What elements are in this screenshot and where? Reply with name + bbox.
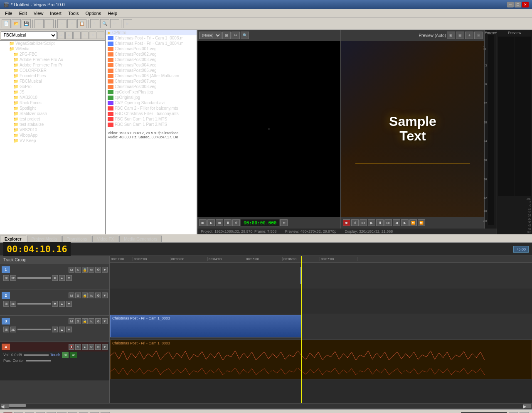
explorer-refresh-button[interactable]: ↻ bbox=[81, 32, 89, 39]
tree-item-test-stabalize[interactable]: 📁test stabalize bbox=[0, 122, 105, 127]
tab-media-generators[interactable]: Media Generators bbox=[119, 236, 162, 242]
track1-more-button[interactable]: ⚙ bbox=[95, 267, 101, 273]
file-entry[interactable]: Christmas Post - Fri - Cam 1_0003.m bbox=[106, 35, 197, 41]
track2-down-button[interactable]: ▼ bbox=[66, 301, 72, 307]
track1-options-button[interactable]: ▼ bbox=[102, 267, 108, 273]
tab-explorer[interactable]: Explorer bbox=[0, 236, 26, 242]
track2-up-button[interactable]: ▲ bbox=[59, 301, 65, 307]
explorer-delete-button[interactable]: ✕ bbox=[89, 32, 96, 39]
program-ffwd-button[interactable]: ⏭ bbox=[384, 219, 392, 226]
track4-arm-button[interactable]: ● bbox=[82, 344, 88, 350]
track3-fader[interactable] bbox=[17, 329, 51, 330]
track3-fx-button[interactable]: fx bbox=[89, 318, 94, 324]
menu-item-help[interactable]: Help bbox=[104, 10, 121, 17]
render-button[interactable]: ▶ bbox=[123, 19, 132, 28]
zoom-button[interactable]: 🔍 bbox=[100, 19, 109, 28]
save-button[interactable]: 💾 bbox=[22, 19, 31, 28]
program-play-button[interactable]: ▶ bbox=[368, 219, 375, 226]
tree-item-gopro[interactable]: 📁GoPro bbox=[0, 84, 105, 89]
tab-video-fx[interactable]: Video FX bbox=[92, 236, 118, 242]
track4-mute-button[interactable]: 🔇 bbox=[69, 344, 74, 350]
tree-item-vmedia[interactable]: 📁VMedia bbox=[0, 46, 105, 52]
track1-clip[interactable] bbox=[300, 267, 302, 284]
track3-lock-button[interactable]: 🔒 bbox=[82, 318, 88, 324]
audio-clip-4[interactable]: Christmas Post - Fri - Cam 1_0003 bbox=[110, 340, 532, 379]
envelope-button[interactable]: ✏ bbox=[110, 19, 119, 28]
file-entry[interactable]: FBC Sun Cam 1 Part 2.MTS bbox=[106, 122, 197, 127]
track1-up-button[interactable]: ▲ bbox=[59, 275, 65, 281]
explorer-more-button[interactable]: ⋮ bbox=[97, 32, 104, 39]
track2-options-button[interactable]: ▼ bbox=[102, 293, 108, 298]
source-snap-button[interactable]: ⊞ bbox=[222, 32, 231, 39]
program-prev-event[interactable]: ⏪ bbox=[409, 219, 417, 226]
undo-button[interactable]: ↩ bbox=[34, 19, 44, 28]
open-button[interactable]: 📂 bbox=[12, 19, 21, 28]
track2-env-button[interactable]: ✱ bbox=[52, 301, 58, 307]
track2-more-button[interactable]: ⚙ bbox=[95, 293, 101, 298]
explorer-path-combo[interactable]: FBCMusical bbox=[1, 31, 57, 39]
pan-slider[interactable] bbox=[26, 360, 51, 361]
menu-item-tools[interactable]: Tools bbox=[65, 10, 82, 17]
tab-project-media[interactable]: Project Media bbox=[27, 236, 62, 242]
program-prev-frame[interactable]: ◀ bbox=[393, 219, 400, 226]
track1-3d-button[interactable]: 3D bbox=[10, 275, 16, 281]
minimize-button[interactable]: ─ bbox=[507, 2, 514, 7]
menu-item-edit[interactable]: Edit bbox=[16, 10, 30, 17]
track3-options-button[interactable]: ▼ bbox=[102, 318, 108, 324]
track1-fx-button[interactable]: fx bbox=[89, 267, 94, 273]
source-zoom-button[interactable]: 🔍 bbox=[241, 32, 249, 39]
tree-item-adobe-premiere-pro-au[interactable]: 📁Adobe Premiere Pro Au bbox=[0, 57, 105, 62]
file-entry[interactable]: ChristmasPost003.veg bbox=[106, 57, 197, 62]
hscroll-right[interactable]: ▶ bbox=[523, 404, 531, 408]
track1-solo-button[interactable]: S bbox=[75, 267, 81, 273]
tree-item-test-project[interactable]: 📁test project bbox=[0, 116, 105, 122]
track2-solo-button[interactable]: S bbox=[75, 293, 81, 298]
track1-composite-button[interactable]: ⊞ bbox=[3, 275, 9, 281]
menu-item-file[interactable]: File bbox=[2, 10, 16, 17]
track3-solo-button[interactable]: S bbox=[75, 318, 81, 324]
file-entry[interactable]: cpColorFixerPlus.jpg bbox=[106, 89, 197, 95]
hscroll-left[interactable]: ◀ bbox=[1, 404, 9, 408]
track3-up-button[interactable]: ▲ bbox=[59, 327, 65, 332]
track-lane-4[interactable]: Christmas Post - Fri - Cam 1_0003 bbox=[110, 340, 532, 379]
current-folder[interactable]: ▶ CPIntro bbox=[106, 30, 197, 35]
track2-lock-button[interactable]: 🔒 bbox=[82, 293, 88, 298]
track2-composite-button[interactable]: ⊞ bbox=[3, 301, 9, 307]
program-zoom-button[interactable]: ⌖ bbox=[465, 32, 473, 39]
file-entry[interactable]: ChristmasPost007.veg bbox=[106, 79, 197, 84]
track3-3d-button[interactable]: 3D bbox=[10, 327, 16, 332]
file-entry[interactable]: ChristmasPost005.veg bbox=[106, 68, 197, 73]
track3-empty[interactable] bbox=[302, 315, 532, 337]
tree-item-spotlight[interactable]: 📁Spotlight bbox=[0, 106, 105, 111]
timeline-hscroll[interactable]: ◀ ▶ bbox=[0, 403, 532, 409]
track3-env-button[interactable]: ✱ bbox=[52, 327, 58, 332]
track2-3d-button[interactable]: 3D bbox=[10, 301, 16, 307]
track3-down-button[interactable]: ▼ bbox=[66, 327, 72, 332]
tree-item-fbcmusical[interactable]: 📁FBCMusical bbox=[0, 79, 105, 84]
new-button[interactable]: 📄 bbox=[2, 19, 11, 28]
track4-fx-button[interactable]: fx bbox=[89, 344, 94, 350]
cut-button[interactable]: ✂ bbox=[57, 19, 66, 28]
select-button[interactable]: ↖ bbox=[90, 19, 99, 28]
menu-item-options[interactable]: Options bbox=[82, 10, 105, 17]
hscroll-thumb[interactable] bbox=[9, 404, 26, 407]
source-loop-button[interactable]: ↺ bbox=[232, 219, 240, 226]
video-clip-3[interactable]: Christmas Post - Fri - Cam 1_0003 bbox=[110, 315, 302, 337]
maximize-button[interactable]: □ bbox=[515, 2, 521, 7]
tree-item-2fg-fbc[interactable]: 📁2FG-FBC bbox=[0, 52, 105, 57]
tree-item-js[interactable]: 📁JS bbox=[0, 89, 105, 95]
track3-mute-button[interactable]: M bbox=[69, 318, 74, 324]
file-entry[interactable]: ChristmasPost001.veg bbox=[106, 46, 197, 52]
file-entry[interactable]: FBC Christmas Filler - balcony.mts bbox=[106, 111, 197, 116]
file-entry[interactable]: cpOriginal.jpg bbox=[106, 95, 197, 100]
program-copy-button[interactable]: ⎘ bbox=[474, 32, 483, 39]
program-next-frame[interactable]: ▶ bbox=[401, 219, 409, 226]
tree-item-rack-focus[interactable]: 📁Rack Focus bbox=[0, 100, 105, 106]
track1-env-button[interactable]: ✱ bbox=[52, 275, 58, 281]
source-in-button[interactable]: ⬅ bbox=[280, 219, 288, 226]
tree-item-colorfixer[interactable]: 📁COLORFIXER bbox=[0, 68, 105, 73]
menu-item-view[interactable]: View bbox=[30, 10, 47, 17]
copy-button[interactable]: ⎘ bbox=[67, 19, 76, 28]
file-entry[interactable]: FBC Sun Cam 1 Part 1.MTS bbox=[106, 116, 197, 122]
hscroll-track[interactable] bbox=[9, 404, 523, 408]
